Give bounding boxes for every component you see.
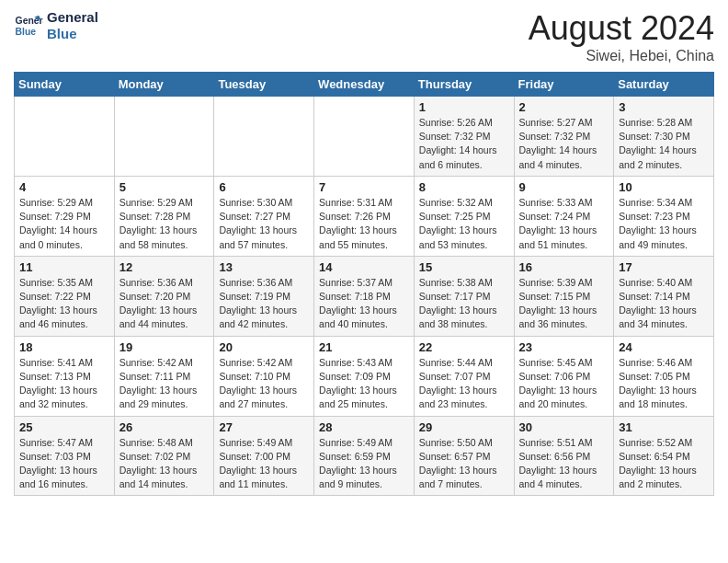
day-number: 1 — [419, 100, 509, 114]
calendar-cell: 25Sunrise: 5:47 AMSunset: 7:03 PMDayligh… — [15, 416, 115, 496]
day-number: 30 — [519, 420, 609, 434]
calendar-cell: 17Sunrise: 5:40 AMSunset: 7:14 PMDayligh… — [614, 256, 714, 336]
weekday-header-tuesday: Tuesday — [214, 73, 314, 97]
day-info: Sunrise: 5:50 AMSunset: 6:57 PMDaylight:… — [419, 436, 509, 492]
day-info: Sunrise: 5:30 AMSunset: 7:27 PMDaylight:… — [219, 196, 309, 252]
calendar-cell: 18Sunrise: 5:41 AMSunset: 7:13 PMDayligh… — [15, 336, 115, 416]
calendar-cell — [114, 97, 214, 177]
weekday-header-friday: Friday — [514, 73, 614, 97]
day-info: Sunrise: 5:32 AMSunset: 7:25 PMDaylight:… — [419, 196, 509, 252]
day-number: 5 — [119, 180, 210, 194]
calendar-cell: 7Sunrise: 5:31 AMSunset: 7:26 PMDaylight… — [314, 176, 415, 256]
day-number: 8 — [419, 180, 509, 194]
calendar-cell: 23Sunrise: 5:45 AMSunset: 7:06 PMDayligh… — [514, 336, 614, 416]
calendar-cell: 21Sunrise: 5:43 AMSunset: 7:09 PMDayligh… — [314, 336, 415, 416]
day-info: Sunrise: 5:28 AMSunset: 7:30 PMDaylight:… — [619, 116, 709, 172]
day-info: Sunrise: 5:51 AMSunset: 6:56 PMDaylight:… — [519, 436, 609, 492]
calendar-cell: 27Sunrise: 5:49 AMSunset: 7:00 PMDayligh… — [214, 416, 314, 496]
calendar-cell: 29Sunrise: 5:50 AMSunset: 6:57 PMDayligh… — [414, 416, 514, 496]
calendar-cell: 16Sunrise: 5:39 AMSunset: 7:15 PMDayligh… — [514, 256, 614, 336]
calendar-cell — [214, 97, 314, 177]
calendar-cell: 8Sunrise: 5:32 AMSunset: 7:25 PMDaylight… — [414, 176, 514, 256]
calendar-cell: 5Sunrise: 5:29 AMSunset: 7:28 PMDaylight… — [114, 176, 214, 256]
day-info: Sunrise: 5:43 AMSunset: 7:09 PMDaylight:… — [319, 356, 409, 412]
weekday-header-wednesday: Wednesday — [314, 73, 415, 97]
calendar-cell: 3Sunrise: 5:28 AMSunset: 7:30 PMDaylight… — [614, 97, 714, 177]
day-number: 12 — [119, 260, 210, 274]
day-info: Sunrise: 5:33 AMSunset: 7:24 PMDaylight:… — [519, 196, 609, 252]
month-year-title: August 2024 — [529, 9, 714, 48]
day-info: Sunrise: 5:47 AMSunset: 7:03 PMDaylight:… — [19, 436, 109, 492]
day-number: 11 — [19, 260, 109, 274]
week-row-3: 11Sunrise: 5:35 AMSunset: 7:22 PMDayligh… — [15, 256, 714, 336]
weekday-header-thursday: Thursday — [414, 73, 514, 97]
day-info: Sunrise: 5:44 AMSunset: 7:07 PMDaylight:… — [419, 356, 509, 412]
day-info: Sunrise: 5:38 AMSunset: 7:17 PMDaylight:… — [419, 276, 509, 332]
calendar-cell: 9Sunrise: 5:33 AMSunset: 7:24 PMDaylight… — [514, 176, 614, 256]
day-info: Sunrise: 5:42 AMSunset: 7:11 PMDaylight:… — [119, 356, 210, 412]
day-number: 10 — [619, 180, 709, 194]
day-number: 15 — [419, 260, 509, 274]
day-number: 20 — [219, 340, 309, 354]
logo-text-blue: Blue — [47, 26, 98, 42]
day-number: 18 — [19, 340, 109, 354]
day-info: Sunrise: 5:27 AMSunset: 7:32 PMDaylight:… — [519, 116, 609, 172]
day-info: Sunrise: 5:48 AMSunset: 7:02 PMDaylight:… — [119, 436, 210, 492]
day-info: Sunrise: 5:46 AMSunset: 7:05 PMDaylight:… — [619, 356, 709, 412]
day-info: Sunrise: 5:36 AMSunset: 7:20 PMDaylight:… — [119, 276, 210, 332]
day-number: 13 — [219, 260, 309, 274]
day-number: 14 — [319, 260, 409, 274]
calendar-cell: 11Sunrise: 5:35 AMSunset: 7:22 PMDayligh… — [15, 256, 115, 336]
calendar-cell: 2Sunrise: 5:27 AMSunset: 7:32 PMDaylight… — [514, 97, 614, 177]
calendar-cell: 6Sunrise: 5:30 AMSunset: 7:27 PMDaylight… — [214, 176, 314, 256]
day-info: Sunrise: 5:40 AMSunset: 7:14 PMDaylight:… — [619, 276, 709, 332]
day-number: 23 — [519, 340, 609, 354]
calendar-cell: 31Sunrise: 5:52 AMSunset: 6:54 PMDayligh… — [614, 416, 714, 496]
day-number: 24 — [619, 340, 709, 354]
calendar-cell: 15Sunrise: 5:38 AMSunset: 7:17 PMDayligh… — [414, 256, 514, 336]
week-row-2: 4Sunrise: 5:29 AMSunset: 7:29 PMDaylight… — [15, 176, 714, 256]
weekday-header-sunday: Sunday — [15, 73, 115, 97]
svg-text:Blue: Blue — [16, 27, 37, 37]
calendar-cell: 24Sunrise: 5:46 AMSunset: 7:05 PMDayligh… — [614, 336, 714, 416]
day-info: Sunrise: 5:49 AMSunset: 6:59 PMDaylight:… — [319, 436, 409, 492]
day-number: 4 — [19, 180, 109, 194]
day-number: 9 — [519, 180, 609, 194]
title-area: August 2024 Siwei, Hebei, China — [529, 9, 714, 64]
day-info: Sunrise: 5:39 AMSunset: 7:15 PMDaylight:… — [519, 276, 609, 332]
weekday-header-row: SundayMondayTuesdayWednesdayThursdayFrid… — [15, 73, 714, 97]
day-info: Sunrise: 5:34 AMSunset: 7:23 PMDaylight:… — [619, 196, 709, 252]
day-number: 3 — [619, 100, 709, 114]
day-info: Sunrise: 5:36 AMSunset: 7:19 PMDaylight:… — [219, 276, 309, 332]
day-info: Sunrise: 5:29 AMSunset: 7:28 PMDaylight:… — [119, 196, 210, 252]
day-number: 25 — [19, 420, 109, 434]
calendar-cell: 10Sunrise: 5:34 AMSunset: 7:23 PMDayligh… — [614, 176, 714, 256]
calendar-cell: 22Sunrise: 5:44 AMSunset: 7:07 PMDayligh… — [414, 336, 514, 416]
header: General Blue General Blue August 2024 Si… — [14, 9, 714, 64]
day-number: 29 — [419, 420, 509, 434]
day-number: 28 — [319, 420, 409, 434]
day-number: 19 — [119, 340, 210, 354]
logo-icon: General Blue — [14, 11, 43, 40]
calendar-cell: 20Sunrise: 5:42 AMSunset: 7:10 PMDayligh… — [214, 336, 314, 416]
day-info: Sunrise: 5:52 AMSunset: 6:54 PMDaylight:… — [619, 436, 709, 492]
calendar-table: SundayMondayTuesdayWednesdayThursdayFrid… — [14, 72, 714, 496]
calendar-cell: 13Sunrise: 5:36 AMSunset: 7:19 PMDayligh… — [214, 256, 314, 336]
day-info: Sunrise: 5:31 AMSunset: 7:26 PMDaylight:… — [319, 196, 409, 252]
calendar-cell: 12Sunrise: 5:36 AMSunset: 7:20 PMDayligh… — [114, 256, 214, 336]
calendar-cell: 14Sunrise: 5:37 AMSunset: 7:18 PMDayligh… — [314, 256, 415, 336]
day-number: 31 — [619, 420, 709, 434]
logo-text-general: General — [47, 9, 98, 26]
day-info: Sunrise: 5:42 AMSunset: 7:10 PMDaylight:… — [219, 356, 309, 412]
location-subtitle: Siwei, Hebei, China — [529, 48, 714, 64]
day-number: 17 — [619, 260, 709, 274]
calendar-cell — [314, 97, 415, 177]
day-number: 6 — [219, 180, 309, 194]
day-number: 22 — [419, 340, 509, 354]
day-number: 16 — [519, 260, 609, 274]
weekday-header-saturday: Saturday — [614, 73, 714, 97]
day-number: 26 — [119, 420, 210, 434]
calendar-cell: 28Sunrise: 5:49 AMSunset: 6:59 PMDayligh… — [314, 416, 415, 496]
day-info: Sunrise: 5:41 AMSunset: 7:13 PMDaylight:… — [19, 356, 109, 412]
weekday-header-monday: Monday — [114, 73, 214, 97]
